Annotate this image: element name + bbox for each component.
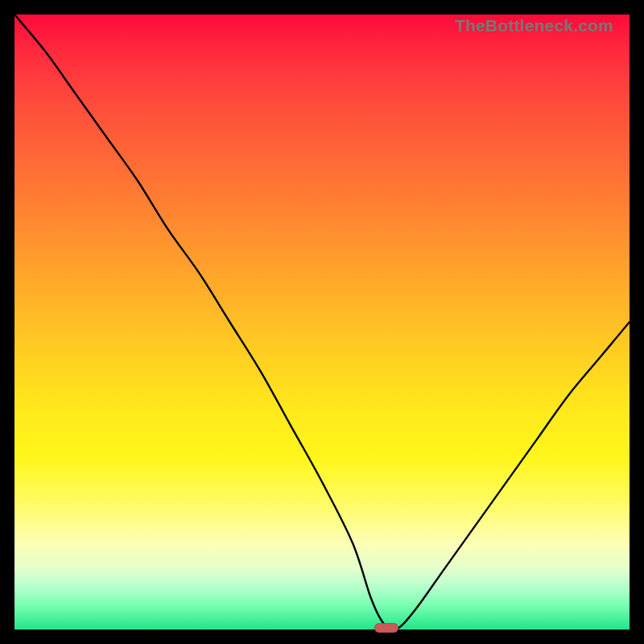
chart-frame: TheBottleneck.com bbox=[0, 0, 644, 644]
bottleneck-curve bbox=[14, 14, 630, 630]
optimal-marker bbox=[374, 623, 398, 633]
plot-area: TheBottleneck.com bbox=[14, 14, 630, 630]
